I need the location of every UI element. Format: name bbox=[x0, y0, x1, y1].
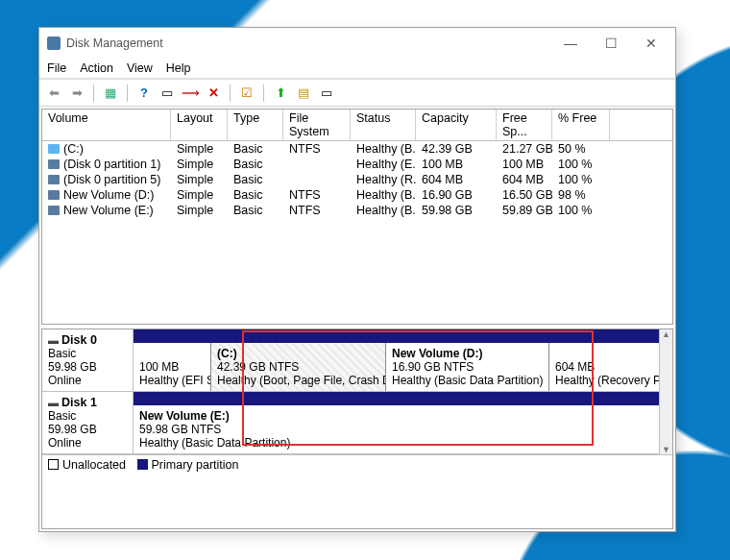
app-icon bbox=[47, 37, 61, 50]
volume-row[interactable]: (Disk 0 partition 5)SimpleBasicHealthy (… bbox=[42, 172, 672, 187]
partition-bar bbox=[134, 392, 659, 405]
volume-list: Volume Layout Type File System Status Ca… bbox=[41, 109, 673, 325]
col-filesystem[interactable]: File System bbox=[283, 110, 351, 140]
menu-action[interactable]: Action bbox=[80, 61, 113, 75]
separator bbox=[93, 85, 94, 102]
perms-icon[interactable]: ▭ bbox=[318, 85, 335, 102]
col-type[interactable]: Type bbox=[228, 110, 283, 140]
open-icon[interactable]: ⬆ bbox=[272, 85, 289, 102]
partition[interactable]: 100 MBHealthy (EFI S bbox=[134, 343, 210, 391]
separator bbox=[263, 85, 264, 102]
legend-primary: Primary partition bbox=[152, 458, 239, 472]
col-capacity[interactable]: Capacity bbox=[416, 110, 497, 140]
delete-icon[interactable]: ✕ bbox=[205, 85, 222, 102]
menu-help[interactable]: Help bbox=[166, 61, 191, 75]
scroll-down-icon[interactable]: ▼ bbox=[662, 445, 670, 454]
actions-icon[interactable]: ▤ bbox=[295, 85, 312, 102]
volume-row[interactable]: New Volume (E:)SimpleBasicNTFSHealthy (B… bbox=[42, 203, 672, 218]
volume-row[interactable]: (C:)SimpleBasicNTFSHealthy (B...42.39 GB… bbox=[42, 141, 672, 157]
help-icon[interactable]: ? bbox=[135, 85, 153, 102]
swatch-primary bbox=[137, 459, 148, 470]
disk-graphical-view: Disk 0Basic59.98 GBOnline 100 MBHealthy … bbox=[41, 329, 673, 529]
partition-bar bbox=[134, 329, 659, 343]
col-volume[interactable]: Volume bbox=[42, 110, 171, 140]
partition[interactable]: 604 MBHealthy (Recovery Pa bbox=[548, 343, 659, 391]
properties-icon[interactable]: ▭ bbox=[158, 85, 176, 102]
legend: Unallocated Primary partition bbox=[42, 454, 672, 474]
titlebar[interactable]: Disk Management — ☐ ✕ bbox=[39, 28, 675, 59]
col-status[interactable]: Status bbox=[351, 110, 416, 140]
disk-label[interactable]: Disk 1Basic59.98 GBOnline bbox=[42, 392, 134, 453]
connect-icon[interactable]: ⟿ bbox=[182, 85, 199, 102]
scroll-up-icon[interactable]: ▲ bbox=[662, 329, 670, 339]
back-icon[interactable]: ⬅ bbox=[45, 85, 62, 102]
partition[interactable]: (C:)42.39 GB NTFSHealthy (Boot, Page Fil… bbox=[210, 343, 385, 391]
forward-icon[interactable]: ➡ bbox=[68, 85, 85, 102]
disk-row: Disk 0Basic59.98 GBOnline 100 MBHealthy … bbox=[42, 329, 659, 392]
disk-label[interactable]: Disk 0Basic59.98 GBOnline bbox=[42, 329, 134, 391]
minimize-button[interactable]: — bbox=[550, 30, 591, 57]
volume-row[interactable]: New Volume (D:)SimpleBasicNTFSHealthy (B… bbox=[42, 187, 672, 203]
disk-management-window: Disk Management — ☐ ✕ File Action View H… bbox=[38, 27, 676, 532]
legend-unallocated: Unallocated bbox=[62, 458, 126, 472]
volume-row[interactable]: (Disk 0 partition 1)SimpleBasicHealthy (… bbox=[42, 157, 672, 172]
maximize-button[interactable]: ☐ bbox=[591, 30, 631, 57]
menu-view[interactable]: View bbox=[127, 61, 153, 75]
disk-row: Disk 1Basic59.98 GBOnlineNew Volume (E:)… bbox=[42, 392, 659, 454]
refresh-icon[interactable]: ▦ bbox=[102, 85, 119, 102]
col-layout[interactable]: Layout bbox=[171, 110, 228, 140]
apply-icon[interactable]: ☑ bbox=[238, 85, 256, 102]
toolbar: ⬅ ➡ ▦ ? ▭ ⟿ ✕ ☑ ⬆ ▤ ▭ bbox=[39, 80, 675, 107]
swatch-unallocated bbox=[48, 459, 59, 470]
col-pctfree[interactable]: % Free bbox=[552, 110, 610, 140]
window-title: Disk Management bbox=[66, 37, 550, 50]
scrollbar[interactable]: ▲ ▼ bbox=[659, 329, 672, 454]
separator bbox=[230, 85, 231, 102]
menubar: File Action View Help bbox=[39, 59, 675, 80]
separator bbox=[127, 85, 128, 102]
partition[interactable]: New Volume (E:)59.98 GB NTFSHealthy (Bas… bbox=[134, 405, 659, 453]
col-free[interactable]: Free Sp... bbox=[497, 110, 552, 140]
close-button[interactable]: ✕ bbox=[631, 30, 671, 57]
partition[interactable]: New Volume (D:)16.90 GB NTFSHealthy (Bas… bbox=[385, 343, 548, 391]
volume-header[interactable]: Volume Layout Type File System Status Ca… bbox=[42, 110, 672, 141]
menu-file[interactable]: File bbox=[47, 61, 66, 75]
